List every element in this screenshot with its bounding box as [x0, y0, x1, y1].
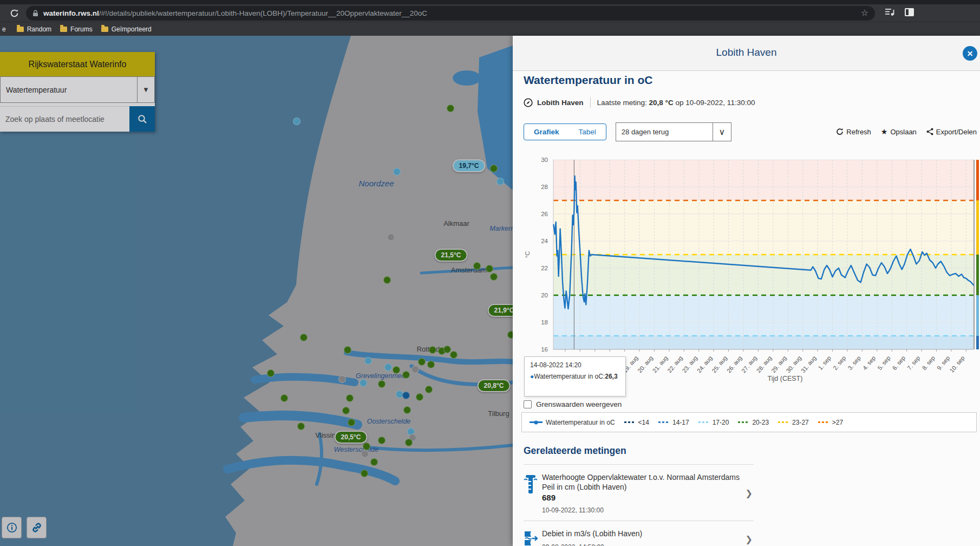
- station-dot[interactable]: [427, 361, 435, 368]
- map-label: Markermeer: [489, 225, 513, 232]
- station-dot[interactable]: [490, 165, 498, 172]
- tab-grafiek[interactable]: Grafiek: [524, 128, 569, 136]
- station-dot[interactable]: [507, 331, 513, 339]
- station-dot[interactable]: [267, 369, 275, 377]
- station-dot[interactable]: [293, 118, 300, 125]
- legend-item[interactable]: Watertemperatuur in oC: [530, 419, 615, 426]
- related-item[interactable]: Debiet in m3/s (Lobith Haven)09-08-2022,…: [524, 521, 754, 546]
- temperature-badge[interactable]: 20,5°C: [335, 431, 368, 444]
- map-label: Noordzee: [358, 179, 394, 188]
- station-dot[interactable]: [348, 419, 355, 426]
- media-playlist-icon[interactable]: [885, 8, 895, 18]
- side-panel-icon[interactable]: [905, 8, 914, 18]
- station-dot[interactable]: [403, 406, 411, 414]
- url-bar[interactable]: waterinfo.rws.nl/#!/details/publiek/wate…: [26, 6, 875, 21]
- svg-text:22. aug: 22. aug: [666, 355, 684, 374]
- legend-item[interactable]: 20-23: [738, 419, 769, 426]
- station-dot[interactable]: [402, 392, 410, 399]
- map[interactable]: NoordzeeAlkmaarAmsterdamRotterdamTilburg…: [0, 36, 513, 546]
- range-dropdown-value: 28 dagen terug: [616, 123, 713, 141]
- legend-item[interactable]: 23-27: [778, 419, 809, 426]
- station-dot[interactable]: [378, 437, 386, 444]
- share-icon: [926, 128, 933, 135]
- station-dot[interactable]: [447, 105, 454, 112]
- station-dot[interactable]: [280, 394, 288, 402]
- search-button[interactable]: [129, 106, 155, 132]
- bookmark-star-icon[interactable]: ☆: [861, 9, 868, 17]
- legend-item[interactable]: 17-20: [698, 419, 729, 426]
- bookmark-item[interactable]: Geïmporteerd: [97, 24, 156, 34]
- station-dot[interactable]: [490, 273, 498, 281]
- svg-text:27. aug: 27. aug: [740, 355, 758, 374]
- station-dot[interactable]: [393, 168, 401, 176]
- reload-icon[interactable]: [8, 6, 21, 20]
- save-button[interactable]: ★ Opslaan: [881, 127, 917, 136]
- station-dot[interactable]: [338, 375, 346, 383]
- theme-dropdown[interactable]: Watertemperatuur ▼: [0, 76, 155, 103]
- chevron-down-icon: ▼: [137, 77, 154, 102]
- station-dot[interactable]: [361, 470, 368, 477]
- station-dot[interactable]: [393, 366, 400, 374]
- station-dot[interactable]: [297, 422, 305, 430]
- station-dot[interactable]: [346, 394, 354, 402]
- legend-item[interactable]: 14-17: [658, 419, 689, 426]
- station-dot[interactable]: [411, 366, 419, 373]
- folder-icon: [17, 27, 24, 32]
- station-dot[interactable]: [443, 346, 451, 353]
- svg-text:21. aug: 21. aug: [651, 355, 669, 374]
- station-dot[interactable]: [384, 363, 392, 371]
- station-dot[interactable]: [416, 393, 423, 401]
- related-measurements: Waterhoogte Oppervlaktewater t.o.v. Norm…: [524, 464, 754, 546]
- svg-text:28: 28: [541, 184, 548, 190]
- station-dot[interactable]: [370, 458, 378, 466]
- padlock-icon: [32, 10, 38, 17]
- svg-text:3. sep: 3. sep: [846, 355, 861, 372]
- station-dot[interactable]: [418, 358, 426, 366]
- station-dot[interactable]: [300, 334, 308, 341]
- station-dot[interactable]: [496, 178, 504, 185]
- station-dot[interactable]: [383, 276, 391, 284]
- bookmark-item-partial[interactable]: e: [2, 25, 6, 33]
- station-dot[interactable]: [387, 233, 395, 241]
- temperature-badge[interactable]: 21,9°C: [488, 304, 513, 317]
- related-item-title: Waterhoogte Oppervlaktewater t.o.v. Norm…: [542, 472, 740, 492]
- refresh-button[interactable]: Refresh: [836, 128, 871, 136]
- station-dot[interactable]: [450, 351, 458, 359]
- legend-item[interactable]: >27: [818, 419, 843, 426]
- tooltip-date: 14-08-2022 14:20: [530, 361, 620, 369]
- tab-strip: [0, 0, 980, 4]
- svg-text:16: 16: [541, 346, 548, 353]
- search-input[interactable]: Zoek op plaats of meetlocatie: [0, 106, 129, 132]
- station-dot[interactable]: [361, 450, 369, 458]
- station-dot[interactable]: [473, 262, 481, 270]
- station-dot[interactable]: [429, 346, 436, 354]
- map-label: Westerschelde: [334, 446, 378, 453]
- share-link-button[interactable]: [27, 517, 47, 538]
- station-dot[interactable]: [344, 346, 351, 354]
- station-dot[interactable]: [402, 371, 410, 379]
- station-dot[interactable]: [364, 357, 372, 365]
- station-dot[interactable]: [378, 380, 386, 388]
- station-dot[interactable]: [360, 379, 367, 387]
- svg-text:1. sep: 1. sep: [817, 355, 832, 372]
- export-share-button[interactable]: Export/Delen: [926, 128, 977, 136]
- bookmark-item[interactable]: Forums: [56, 24, 97, 34]
- close-button[interactable]: ✕: [963, 46, 977, 61]
- legend-item[interactable]: <14: [624, 419, 649, 426]
- related-item[interactable]: Waterhoogte Oppervlaktewater t.o.v. Norm…: [524, 465, 754, 521]
- range-dropdown[interactable]: 28 dagen terug ∨: [616, 122, 731, 141]
- station-dot[interactable]: [363, 443, 370, 450]
- grenswaarden-checkbox[interactable]: [524, 400, 532, 408]
- svg-text:30. aug: 30. aug: [785, 355, 802, 374]
- tab-tabel[interactable]: Tabel: [569, 128, 606, 136]
- temperature-badge[interactable]: 20,8°C: [478, 379, 511, 392]
- station-dot[interactable]: [342, 407, 350, 414]
- svg-text:28. aug: 28. aug: [755, 355, 773, 374]
- station-dot[interactable]: [486, 265, 493, 272]
- bookmark-item[interactable]: Random: [12, 24, 56, 34]
- station-dot[interactable]: [425, 386, 433, 393]
- info-button[interactable]: [2, 517, 22, 538]
- temperature-badge[interactable]: 19,7°C: [453, 159, 486, 172]
- station-dot[interactable]: [405, 439, 413, 446]
- temperature-badge[interactable]: 21,5°C: [435, 249, 468, 262]
